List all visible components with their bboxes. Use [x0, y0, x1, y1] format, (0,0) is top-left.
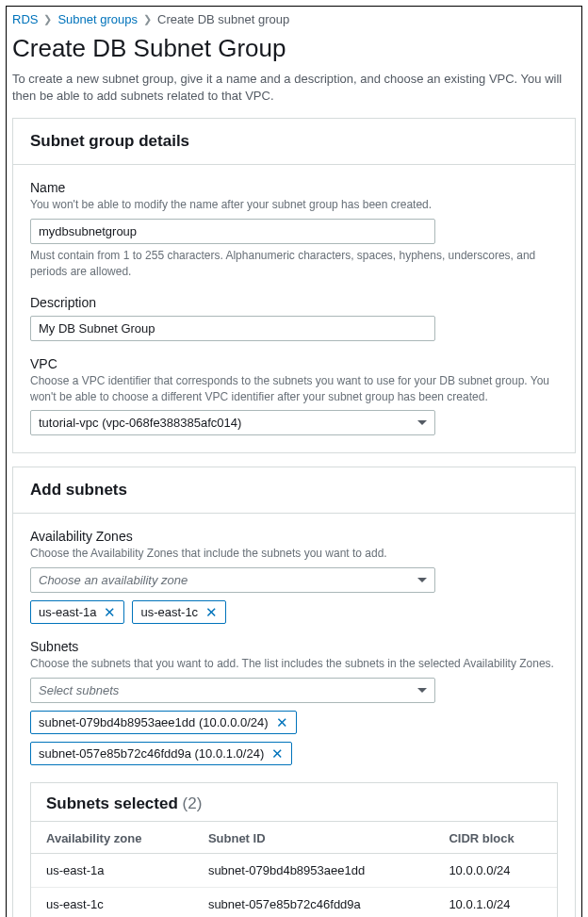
page-description: To create a new subnet group, give it a …: [12, 71, 576, 105]
az-tag-label: us-east-1a: [39, 605, 96, 619]
subnets-selected-title: Subnets selected: [46, 794, 178, 812]
breadcrumb-subnet-groups[interactable]: Subnet groups: [57, 12, 138, 26]
col-cidr: CIDR block: [433, 821, 557, 853]
subnets-select-placeholder: Select subnets: [39, 683, 119, 697]
col-az: Availability zone: [31, 821, 193, 853]
subnet-tag: subnet-079bd4b8953aee1dd (10.0.0.0/24) ✕: [30, 711, 297, 734]
panel-title: Subnet group details: [13, 119, 575, 165]
subnets-label: Subnets: [30, 639, 558, 654]
name-label: Name: [30, 180, 558, 195]
col-subnet-id: Subnet ID: [193, 821, 434, 853]
az-hint: Choose the Availability Zones that inclu…: [30, 546, 558, 562]
table-row: us-east-1c subnet-057e85b72c46fdd9a 10.0…: [31, 887, 557, 917]
breadcrumb-current: Create DB subnet group: [157, 12, 289, 26]
description-input[interactable]: [30, 316, 435, 341]
az-select[interactable]: Choose an availability zone: [30, 567, 435, 593]
subnet-tag-label: subnet-079bd4b8953aee1dd (10.0.0.0/24): [39, 715, 269, 729]
az-select-placeholder: Choose an availability zone: [39, 573, 188, 587]
az-tag-label: us-east-1c: [140, 605, 198, 619]
cell-cidr: 10.0.0.0/24: [433, 853, 557, 887]
chevron-down-icon: [417, 420, 427, 425]
close-icon[interactable]: ✕: [205, 605, 218, 619]
close-icon[interactable]: ✕: [271, 746, 284, 761]
vpc-select-value: tutorial-vpc (vpc-068fe388385afc014): [39, 416, 241, 430]
vpc-label: VPC: [30, 356, 558, 371]
subnet-group-details-panel: Subnet group details Name You won't be a…: [12, 118, 576, 453]
subnets-selected-table: Subnets selected (2) Availability zone S…: [30, 782, 558, 917]
az-tag: us-east-1a ✕: [30, 600, 124, 624]
vpc-select[interactable]: tutorial-vpc (vpc-068fe388385afc014): [30, 410, 435, 435]
chevron-right-icon: ❯: [43, 13, 52, 25]
subnets-select[interactable]: Select subnets: [30, 678, 435, 703]
close-icon[interactable]: ✕: [104, 605, 116, 619]
close-icon[interactable]: ✕: [276, 715, 288, 729]
cell-az: us-east-1a: [31, 853, 193, 887]
description-label: Description: [30, 295, 558, 310]
subnet-tag-label: subnet-057e85b72c46fdd9a (10.0.1.0/24): [39, 746, 264, 761]
cell-az: us-east-1c: [31, 887, 193, 917]
name-hint: You won't be able to modify the name aft…: [30, 197, 558, 213]
az-tag: us-east-1c ✕: [132, 600, 226, 624]
az-label: Availability Zones: [30, 529, 558, 544]
chevron-down-icon: [417, 578, 427, 582]
name-input[interactable]: [30, 219, 435, 244]
chevron-right-icon: ❯: [143, 13, 152, 25]
subnets-selected-count: (2): [183, 794, 203, 812]
chevron-down-icon: [417, 688, 427, 693]
breadcrumb-rds[interactable]: RDS: [12, 12, 38, 26]
panel-title: Add subnets: [13, 467, 575, 514]
table-row: us-east-1a subnet-079bd4b8953aee1dd 10.0…: [31, 853, 557, 887]
breadcrumb: RDS ❯ Subnet groups ❯ Create DB subnet g…: [12, 10, 576, 32]
subnets-hint: Choose the subnets that you want to add.…: [30, 656, 558, 672]
add-subnets-panel: Add subnets Availability Zones Choose th…: [12, 467, 576, 917]
cell-id: subnet-079bd4b8953aee1dd: [193, 853, 434, 887]
page-title: Create DB Subnet Group: [12, 34, 576, 63]
cell-cidr: 10.0.1.0/24: [433, 887, 557, 917]
name-constraint: Must contain from 1 to 255 characters. A…: [30, 248, 558, 280]
vpc-hint: Choose a VPC identifier that corresponds…: [30, 373, 558, 405]
cell-id: subnet-057e85b72c46fdd9a: [193, 887, 434, 917]
subnet-tag: subnet-057e85b72c46fdd9a (10.0.1.0/24) ✕: [30, 742, 292, 765]
